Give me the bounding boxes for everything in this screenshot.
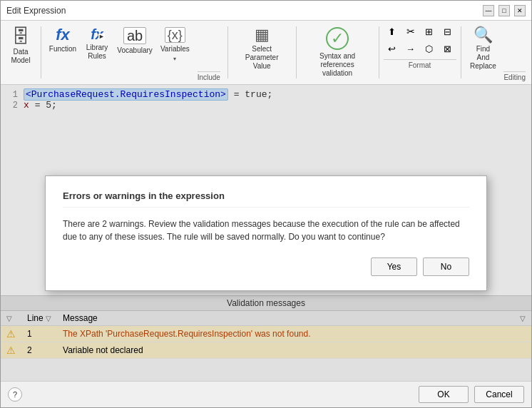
bottom-bar: ? OK Cancel	[1, 381, 531, 407]
syntax-validation-button[interactable]: ✓ Syntax and referencesvalidation	[300, 24, 374, 81]
select-parameter-button[interactable]: ▦ Select ParameterValue	[232, 24, 292, 81]
format-btn5[interactable]: ↩	[384, 41, 401, 56]
function-icon: fx	[56, 27, 70, 43]
close-button[interactable]: ✕	[514, 5, 526, 16]
function-label: Function	[49, 45, 76, 53]
format-row1: ⬆ ✂ ⊞ ⊟	[384, 24, 456, 39]
sep3	[296, 26, 297, 78]
modal-overlay: Errors or warnings in the expression The…	[1, 85, 531, 381]
help-button[interactable]: ?	[8, 387, 22, 402]
find-replace-icon: 🔍	[474, 27, 493, 43]
toolbar: 🗄 DataModel fx Function fx ► LibraryRule…	[1, 21, 531, 85]
find-replace-label: Find AndReplace	[470, 45, 496, 71]
format-btn2[interactable]: ✂	[402, 24, 419, 39]
library-rules-button[interactable]: fx ► LibraryRules	[81, 24, 113, 81]
editing-group-label: Editing	[503, 71, 526, 81]
format-btn3[interactable]: ⊞	[421, 24, 438, 39]
data-model-label: DataModel	[11, 48, 30, 65]
window-controls: — □ ✕	[483, 5, 526, 16]
cancel-button[interactable]: Cancel	[474, 386, 524, 403]
bottom-right: OK Cancel	[419, 386, 524, 403]
vocabulary-label: Vocabulary	[117, 46, 152, 55]
sep4	[379, 26, 379, 78]
format-group-label: Format	[384, 59, 456, 69]
format-row2: ↩ → ⬡ ⊠	[384, 41, 456, 56]
title-bar: Edit Expression — □ ✕	[1, 1, 531, 21]
format-btn1[interactable]: ⬆	[384, 24, 401, 39]
library-rules-label: LibraryRules	[86, 44, 108, 61]
main-window: Edit Expression — □ ✕ 🗄 DataModel fx Fun…	[0, 0, 532, 408]
sep2	[227, 26, 228, 78]
window-title: Edit Expression	[6, 6, 66, 16]
data-model-icon: 🗄	[11, 27, 30, 46]
variables-label: Variables	[160, 45, 190, 53]
format-btn7[interactable]: ⬡	[421, 41, 438, 56]
modal-title: Errors or warnings in the expression	[63, 190, 469, 208]
modal-dialog: Errors or warnings in the expression The…	[45, 175, 487, 291]
dialog-yes-button[interactable]: Yes	[371, 257, 417, 276]
include-group-label: Include	[198, 71, 220, 81]
variables-button[interactable]: {x} Variables ▾	[157, 24, 193, 81]
vocabulary-button[interactable]: ab Vocabulary	[114, 24, 155, 81]
data-model-button[interactable]: 🗄 DataModel	[5, 24, 36, 81]
modal-buttons: Yes No	[63, 257, 469, 276]
variables-icon: {x}	[165, 27, 185, 43]
select-parameter-icon: ▦	[255, 27, 270, 43]
minimize-button[interactable]: —	[483, 5, 494, 16]
dialog-no-button[interactable]: No	[423, 257, 469, 276]
format-btn4[interactable]: ⊟	[439, 24, 456, 39]
format-btn6[interactable]: →	[402, 41, 419, 56]
maximize-button[interactable]: □	[498, 5, 510, 16]
main-content: 1 <PurchaseRequest.RequiresInspection> =…	[1, 85, 531, 381]
function-button[interactable]: fx Function	[46, 24, 80, 81]
variables-dropdown-arrow: ▾	[173, 56, 176, 62]
syntax-icon: ✓	[326, 27, 349, 50]
library-rules-icon: fx ►	[91, 27, 103, 41]
bottom-left: ?	[8, 387, 22, 402]
sep1	[41, 26, 41, 78]
modal-body: There are 2 warnings. Review the validat…	[63, 218, 469, 243]
select-parameter-label: Select ParameterValue	[237, 45, 287, 71]
format-btn8[interactable]: ⊠	[439, 41, 456, 56]
format-group: ⬆ ✂ ⊞ ⊟ ↩ → ⬡ ⊠ Format	[384, 24, 456, 81]
syntax-label: Syntax and referencesvalidation	[305, 52, 369, 78]
find-replace-button[interactable]: 🔍 Find AndReplace	[465, 24, 501, 81]
vocabulary-icon: ab	[123, 27, 146, 44]
ok-button[interactable]: OK	[419, 386, 469, 403]
sep5	[461, 26, 461, 78]
